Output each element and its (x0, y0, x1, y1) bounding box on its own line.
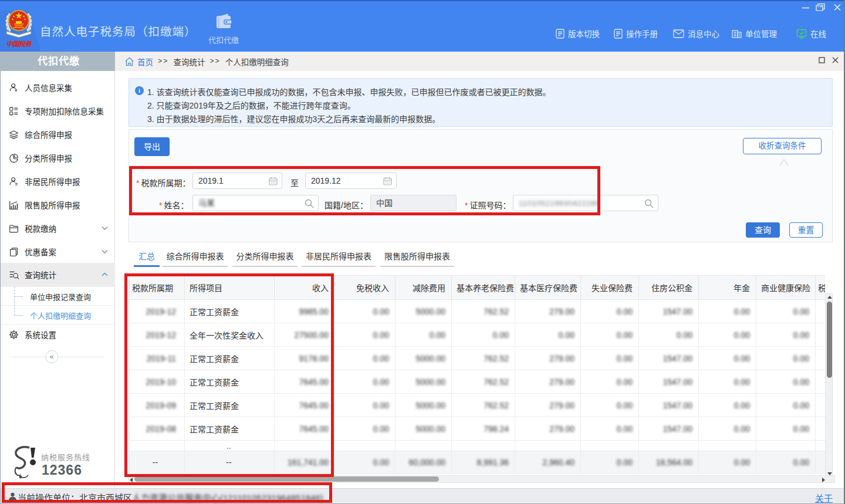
svg-text:中国税务: 中国税务 (6, 40, 33, 48)
svg-text:i: i (138, 87, 140, 94)
